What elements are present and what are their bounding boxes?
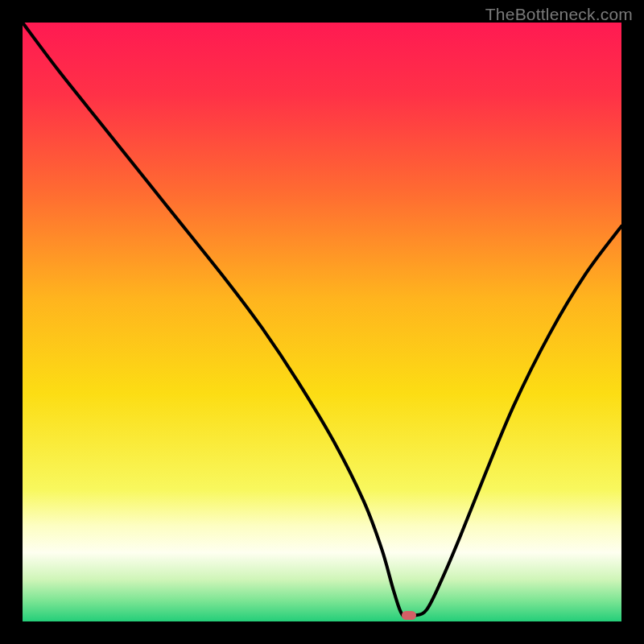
- optimum-marker: [402, 611, 416, 621]
- chart-frame: TheBottleneck.com: [0, 0, 644, 644]
- curve-layer: [23, 23, 621, 621]
- bottleneck-curve: [23, 23, 621, 617]
- plot-area: [23, 23, 621, 621]
- attribution-label: TheBottleneck.com: [485, 5, 633, 24]
